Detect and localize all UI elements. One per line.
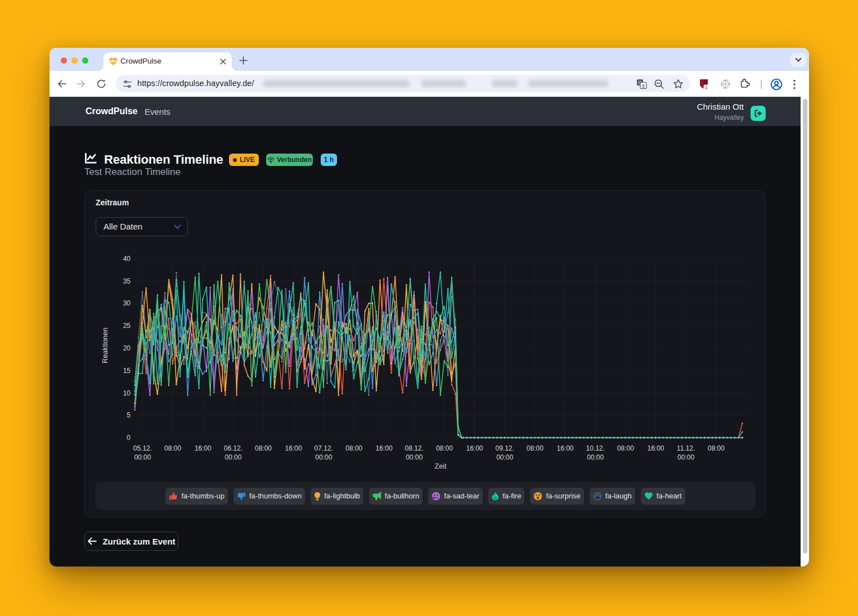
svg-text:06.12.: 06.12. — [224, 444, 242, 452]
svg-text:08:00: 08:00 — [708, 444, 725, 452]
svg-text:08:00: 08:00 — [617, 444, 634, 452]
svg-text:25: 25 — [123, 322, 131, 330]
svg-text:Reaktionen: Reaktionen — [102, 327, 109, 363]
svg-text:08.12.: 08.12. — [405, 444, 424, 452]
svg-text:08:00: 08:00 — [255, 444, 272, 452]
svg-text:16:00: 16:00 — [195, 444, 212, 452]
svg-text:16:00: 16:00 — [647, 444, 664, 452]
svg-text:10.12.: 10.12. — [586, 444, 605, 452]
svg-text:08:00: 08:00 — [527, 444, 543, 452]
svg-text:1: 1 — [705, 85, 707, 90]
svg-text:08:00: 08:00 — [345, 444, 362, 452]
svg-text:00:00: 00:00 — [134, 453, 151, 461]
svg-text:Zeit: Zeit — [435, 462, 447, 470]
svg-text:00:00: 00:00 — [587, 453, 604, 461]
svg-text:16:00: 16:00 — [376, 444, 393, 452]
svg-text:30: 30 — [123, 299, 131, 307]
svg-text:05.12.: 05.12. — [133, 444, 152, 452]
svg-text:00:00: 00:00 — [496, 453, 513, 461]
svg-text:16:00: 16:00 — [285, 444, 302, 452]
svg-text:0: 0 — [127, 434, 131, 442]
svg-text:20: 20 — [123, 344, 131, 352]
svg-text:07.12.: 07.12. — [315, 444, 333, 452]
svg-text:00:00: 00:00 — [315, 453, 332, 461]
svg-text:40: 40 — [123, 255, 131, 263]
svg-text:08:00: 08:00 — [164, 444, 181, 452]
svg-text:08:00: 08:00 — [436, 444, 453, 452]
svg-text:文: 文 — [641, 83, 646, 89]
svg-text:16:00: 16:00 — [466, 444, 483, 452]
svg-text:00:00: 00:00 — [677, 453, 694, 461]
svg-text:10: 10 — [123, 389, 131, 397]
svg-text:35: 35 — [123, 277, 131, 285]
svg-text:00:00: 00:00 — [406, 453, 423, 461]
svg-text:00:00: 00:00 — [224, 453, 241, 461]
svg-text:16:00: 16:00 — [556, 444, 573, 452]
svg-text:5: 5 — [127, 411, 131, 419]
svg-text:11.12.: 11.12. — [677, 444, 695, 452]
svg-text:15: 15 — [123, 367, 131, 375]
svg-text:09.12.: 09.12. — [496, 444, 514, 452]
